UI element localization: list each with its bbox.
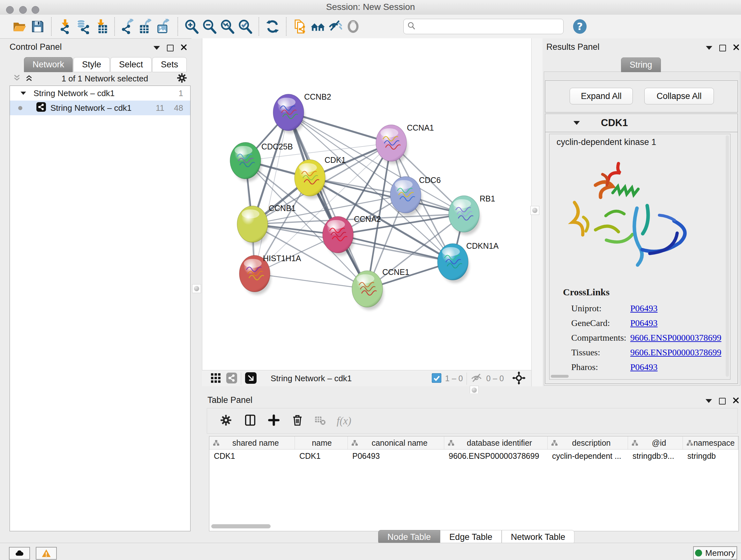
node-CDC6[interactable] xyxy=(390,177,422,216)
left-splitter-handle[interactable] xyxy=(192,284,201,293)
float-panel-icon[interactable] xyxy=(705,399,712,403)
node-CCNA2[interactable] xyxy=(323,216,354,256)
section-expander-icon[interactable] xyxy=(574,121,580,125)
open-in-window-icon[interactable] xyxy=(245,372,257,385)
table-cell[interactable]: CDK1 xyxy=(295,449,348,462)
apply-preferred-layout-button[interactable] xyxy=(264,17,281,36)
cloud-button[interactable] xyxy=(9,547,30,560)
float-panel-icon[interactable] xyxy=(706,46,712,50)
selected-checkbox-icon[interactable] xyxy=(432,373,441,384)
node-RB1[interactable] xyxy=(449,196,480,235)
zoom-fit-button[interactable] xyxy=(218,17,236,36)
table-cell[interactable]: 9606.ENSP00000378699 xyxy=(444,449,548,462)
tab-network[interactable]: Network xyxy=(24,57,73,72)
crosslink-link[interactable]: P06493 xyxy=(630,318,658,328)
column-header--id[interactable]: @id xyxy=(628,436,683,449)
table-row[interactable]: CDK1CDK1P064939606.ENSP00000378699cyclin… xyxy=(209,449,738,462)
column-header-description[interactable]: description xyxy=(548,436,628,449)
expand-all-icon[interactable] xyxy=(25,74,33,83)
show-all-button[interactable] xyxy=(345,17,362,36)
table-horizontal-scrollbar[interactable] xyxy=(211,524,271,528)
export-image-button[interactable] xyxy=(155,17,173,36)
node-CDC25B[interactable] xyxy=(230,142,262,182)
birdseye-grid-icon[interactable] xyxy=(210,373,221,385)
results-vertical-scrollbar[interactable] xyxy=(726,135,729,377)
save-session-button[interactable] xyxy=(29,17,47,36)
table-cell[interactable]: P06493 xyxy=(348,449,444,462)
node-CDK1[interactable] xyxy=(294,160,326,199)
network-canvas[interactable]: CCNB2CCNA1CDC25BCDK1CDC6RB1CCNB1CCNA2CDK… xyxy=(202,38,532,370)
node-CCNB2[interactable] xyxy=(273,94,305,133)
node-CDKN1A[interactable] xyxy=(437,244,469,283)
search-box[interactable] xyxy=(403,19,563,34)
open-session-button[interactable] xyxy=(11,17,29,36)
collapse-all-icon[interactable] xyxy=(13,74,21,83)
zoom-selected-button[interactable] xyxy=(236,17,254,36)
edge-CCNB2-HIST1H1A[interactable] xyxy=(255,112,288,273)
table-cell[interactable]: stringdb xyxy=(683,449,738,462)
table-cell[interactable]: cyclin-dependent ... xyxy=(548,449,628,462)
tab-select[interactable]: Select xyxy=(111,57,151,72)
float-panel-icon[interactable] xyxy=(153,46,160,50)
maximize-panel-icon[interactable] xyxy=(719,398,726,405)
column-header-database-identifier[interactable]: database identifier xyxy=(444,436,548,449)
node-CCNB1[interactable] xyxy=(237,206,269,245)
hide-selected-button[interactable] xyxy=(327,17,345,36)
import-table-button[interactable] xyxy=(92,17,110,36)
tab-node-table[interactable]: Node Table xyxy=(378,530,440,544)
network-collection-row[interactable]: String Network – cdk1 1 xyxy=(10,86,190,101)
tab-string[interactable]: String xyxy=(621,57,661,72)
results-horizontal-scrollbar[interactable] xyxy=(551,375,569,378)
table-cell[interactable]: CDK1 xyxy=(209,449,295,462)
export-network-button[interactable] xyxy=(119,17,137,36)
expand-all-button[interactable]: Expand All xyxy=(569,88,633,105)
collapse-all-button[interactable]: Collapse All xyxy=(644,88,714,105)
table-settings-gear-icon[interactable] xyxy=(220,414,232,428)
edge-CCNA2-CDKN1A[interactable] xyxy=(338,235,453,262)
show-columns-icon[interactable] xyxy=(244,414,256,428)
pan-crosshair-icon[interactable] xyxy=(512,371,526,386)
column-header-canonical-name[interactable]: canonical name xyxy=(348,436,444,449)
network-row[interactable]: String Network – cdk1 11 48 xyxy=(10,101,190,115)
tab-network-table[interactable]: Network Table xyxy=(502,530,575,544)
help-button[interactable]: ? xyxy=(570,17,589,36)
collection-expander-icon[interactable] xyxy=(21,91,26,95)
zoom-out-button[interactable] xyxy=(200,17,218,36)
close-panel-icon[interactable] xyxy=(733,397,739,405)
gene-section-header[interactable]: CDK1 xyxy=(545,114,738,132)
import-network-icon xyxy=(57,19,73,34)
maximize-panel-icon[interactable] xyxy=(167,45,174,51)
network-badge-icon[interactable] xyxy=(226,373,237,385)
export-table-button[interactable] xyxy=(137,17,155,36)
search-input[interactable] xyxy=(420,21,563,32)
node-CCNA1[interactable] xyxy=(376,125,408,164)
crosslink-link[interactable]: P06493 xyxy=(630,303,658,313)
import-network-from-database-button[interactable] xyxy=(74,17,92,36)
crosslink-link[interactable]: 9606.ENSP00000378699 xyxy=(630,348,721,357)
column-header-shared-name[interactable]: shared name xyxy=(209,436,295,449)
tab-sets[interactable]: Sets xyxy=(152,57,187,72)
column-header-name[interactable]: name xyxy=(295,436,348,449)
warnings-button[interactable] xyxy=(36,547,57,560)
tab-edge-table[interactable]: Edge Table xyxy=(440,530,502,544)
close-panel-icon[interactable] xyxy=(733,44,739,52)
column-header-namespace[interactable]: namespace xyxy=(683,436,738,449)
delete-column-trash-icon[interactable] xyxy=(291,414,304,428)
node-CCNE1[interactable] xyxy=(352,271,384,310)
edge-HIST1H1A-CCNE1[interactable] xyxy=(255,273,367,289)
zoom-out-icon xyxy=(202,19,217,34)
clone-network-button[interactable] xyxy=(291,17,309,36)
import-network-button[interactable] xyxy=(56,17,74,36)
add-column-plus-icon[interactable] xyxy=(268,414,280,428)
maximize-panel-icon[interactable] xyxy=(719,45,726,51)
tab-style[interactable]: Style xyxy=(73,57,110,72)
gear-icon[interactable] xyxy=(177,72,187,84)
crosslink-link[interactable]: P06493 xyxy=(630,362,658,372)
crosslink-link[interactable]: 9606.ENSP00000378699 xyxy=(630,333,721,343)
memory-button[interactable]: Memory xyxy=(693,546,737,560)
close-panel-icon[interactable] xyxy=(181,44,187,52)
table-cell[interactable]: stringdb:9... xyxy=(628,449,683,462)
zoom-in-button[interactable] xyxy=(183,17,200,36)
string-protein-query-button[interactable] xyxy=(309,17,327,36)
right-splitter-handle[interactable] xyxy=(530,206,539,215)
